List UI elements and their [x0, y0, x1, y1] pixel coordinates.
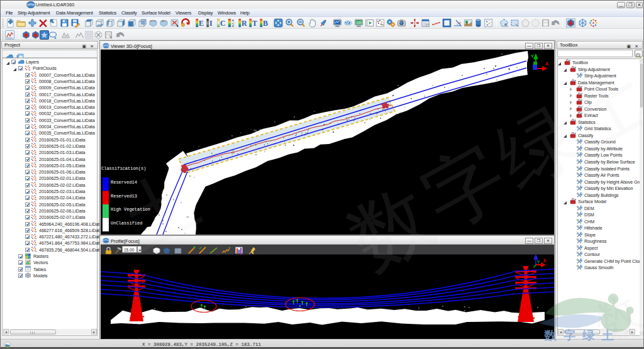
- svg-text:Y: Y: [531, 53, 534, 59]
- svg-text:FRONT: FRONT: [150, 20, 157, 23]
- svg-text:T: T: [252, 19, 257, 28]
- svg-text:GD: GD: [356, 21, 361, 25]
- svg-text:Reserved14: Reserved14: [111, 180, 137, 185]
- svg-text:B: B: [232, 25, 234, 28]
- svg-text:I: I: [209, 19, 213, 28]
- svg-text:C: C: [220, 19, 226, 28]
- svg-text:a: a: [458, 20, 461, 25]
- svg-text:High Vegetation: High Vegetation: [111, 207, 150, 212]
- svg-text:B: B: [263, 19, 268, 28]
- svg-text:E: E: [199, 19, 204, 28]
- svg-text:R: R: [242, 19, 247, 28]
- svg-text:X: X: [543, 258, 547, 263]
- svg-text:UnClassified: UnClassified: [111, 221, 142, 226]
- svg-text:BACK: BACK: [162, 20, 167, 23]
- svg-text:Reserved13: Reserved13: [111, 194, 137, 199]
- svg-text:X: X: [545, 61, 548, 67]
- svg-text:Y: Y: [537, 260, 540, 265]
- svg-text:Classification(s): Classification(s): [101, 166, 146, 171]
